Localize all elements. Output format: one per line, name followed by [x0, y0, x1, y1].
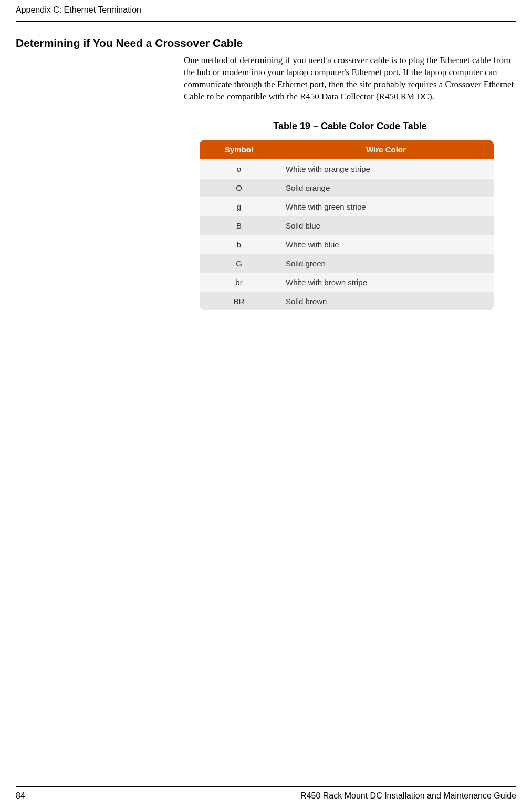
- running-head: Appendix C: Ethernet Termination: [16, 5, 516, 22]
- table-row: br White with brown stripe: [200, 273, 494, 292]
- symbol-cell: b: [200, 235, 278, 254]
- symbol-cell: g: [200, 197, 278, 216]
- wire-color-cell: Solid brown: [278, 292, 494, 310]
- symbol-cell: O: [200, 178, 278, 197]
- footer-rule: [16, 786, 516, 787]
- wire-color-cell: Solid green: [278, 254, 494, 273]
- wire-color-cell: White with orange stripe: [278, 159, 494, 178]
- table-row: o White with orange stripe: [200, 159, 494, 178]
- section-paragraph: One method of determining if you need a …: [184, 55, 516, 103]
- section-heading: Determining if You Need a Crossover Cabl…: [16, 37, 243, 49]
- page-footer: 84 R450 Rack Mount DC Installation and M…: [16, 791, 516, 801]
- table-caption: Table 19 – Cable Color Code Table: [184, 121, 516, 132]
- page-number: 84: [16, 791, 25, 801]
- symbol-cell: G: [200, 254, 278, 273]
- cable-color-code-table: Symbol Wire Color o White with orange st…: [200, 140, 494, 310]
- table-row: G Solid green: [200, 254, 494, 273]
- table-row: BR Solid brown: [200, 292, 494, 310]
- header-rule: [16, 21, 516, 22]
- wire-color-cell: Solid blue: [278, 216, 494, 235]
- wire-color-cell: White with blue: [278, 235, 494, 254]
- table-header-wire-color: Wire Color: [278, 140, 494, 159]
- table-header-symbol: Symbol: [200, 140, 278, 159]
- symbol-cell: o: [200, 159, 278, 178]
- wire-color-cell: White with green stripe: [278, 197, 494, 216]
- table-row: b White with blue: [200, 235, 494, 254]
- symbol-cell: BR: [200, 292, 278, 310]
- table-row: g White with green stripe: [200, 197, 494, 216]
- footer-guide-title: R450 Rack Mount DC Installation and Main…: [300, 791, 516, 801]
- wire-color-cell: Solid orange: [278, 178, 494, 197]
- table-row: B Solid blue: [200, 216, 494, 235]
- symbol-cell: B: [200, 216, 278, 235]
- wire-color-cell: White with brown stripe: [278, 273, 494, 292]
- symbol-cell: br: [200, 273, 278, 292]
- table-header-row: Symbol Wire Color: [200, 140, 494, 159]
- table-row: O Solid orange: [200, 178, 494, 197]
